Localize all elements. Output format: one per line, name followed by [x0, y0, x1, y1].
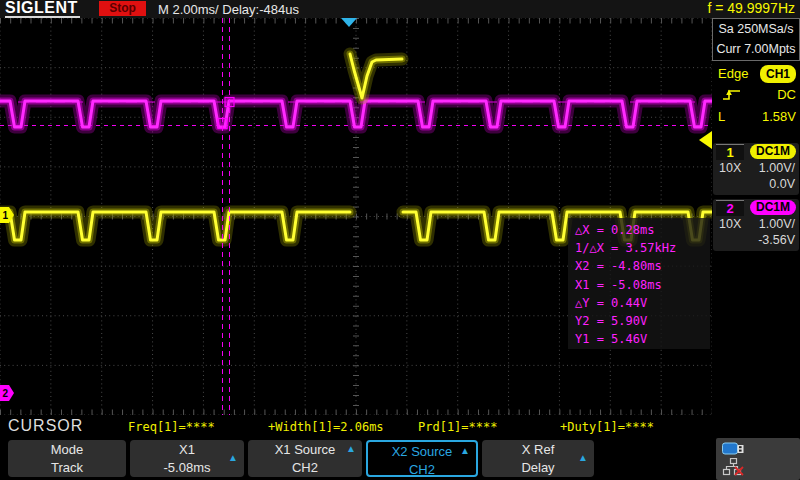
- channel1-scale: 1.00V/: [759, 161, 795, 175]
- sample-rate: Sa 250MSa/s: [713, 19, 799, 39]
- softkey-menu: Mode Track X1 -5.08ms ▲ X1 Source CH2 ▲ …: [0, 438, 800, 480]
- menu-button-x1[interactable]: X1 -5.08ms ▲: [130, 440, 244, 477]
- menu-button-x1-source[interactable]: X1 Source CH2 ▲: [248, 440, 362, 477]
- cursor-y2: Y2 = 5.90V: [575, 312, 710, 330]
- up-arrow-icon: ▲: [460, 445, 470, 456]
- acquisition-info-box: Sa 250MSa/s Curr 7.00Mpts: [712, 18, 800, 61]
- channel2-offset: -3.56V: [758, 233, 795, 247]
- status-bar: CURSOR Freq[1]=**** +Width[1]=2.06ms Prd…: [0, 415, 800, 438]
- cursor-delta-y: △Y = 0.44V: [575, 294, 710, 312]
- waveform-display: 12: [0, 18, 712, 415]
- active-menu-title: CURSOR: [8, 417, 83, 435]
- channel2-scale: 1.00V/: [759, 217, 795, 231]
- acquisition-status-badge[interactable]: Stop: [99, 1, 146, 16]
- lan-disconnected-icon: [722, 458, 746, 480]
- channel1-info-box[interactable]: 1 DC1M 10X 1.00V/ 0.0V: [713, 143, 799, 195]
- cursor-inv-delta-x: 1/△X = 3.57kHz: [575, 239, 710, 257]
- trigger-level-label: L: [718, 108, 725, 126]
- measurement-period: Prd[1]=****: [418, 420, 497, 434]
- connectivity-panel: [716, 438, 800, 480]
- menu-button-mode[interactable]: Mode Track: [8, 440, 126, 477]
- brand-logo: SIGLENT: [5, 0, 80, 18]
- trigger-level-row: L 1.58V: [712, 108, 800, 126]
- memory-depth: Curr 7.00Mpts: [713, 39, 799, 59]
- trigger-type-row: Edge CH1: [712, 65, 800, 83]
- menu-button-x2-source[interactable]: X2 Source CH2 ▲: [366, 440, 478, 477]
- measurement-pduty: +Duty[1]=****: [560, 420, 654, 434]
- frequency-counter: f = 49.9997Hz: [707, 0, 795, 16]
- measurement-freq: Freq[1]=****: [128, 420, 215, 434]
- up-arrow-icon: ▲: [346, 443, 356, 454]
- channel1-coupling-badge: DC1M: [750, 144, 796, 159]
- measurement-pwidth: +Width[1]=2.06ms: [268, 420, 384, 434]
- channel1-number: 1: [716, 144, 744, 160]
- cursor-delta-x: △X = 0.28ms: [575, 221, 710, 239]
- trigger-level-marker: [699, 131, 712, 149]
- svg-text:2: 2: [3, 388, 9, 399]
- trigger-source-badge[interactable]: CH1: [760, 65, 796, 83]
- channel2-number: 2: [716, 200, 744, 216]
- channel2-coupling-badge: DC1M: [750, 200, 796, 215]
- rising-edge-icon: [722, 87, 742, 107]
- up-arrow-icon: ▲: [228, 452, 238, 463]
- cursor-y1: Y1 = 5.46V: [575, 330, 710, 348]
- timebase-readout: M 2.00ms/ Delay:-484us: [158, 2, 299, 17]
- trigger-position-marker: [341, 18, 357, 27]
- menu-button-x-ref[interactable]: X Ref Delay ▲: [482, 440, 594, 477]
- trigger-coupling: DC: [777, 86, 796, 104]
- channel1-probe: 10X: [719, 161, 741, 175]
- cursor-x2: X2 = -4.80ms: [575, 257, 710, 275]
- up-arrow-icon: ▲: [578, 452, 588, 463]
- channel2-info-box[interactable]: 2 DC1M 10X 1.00V/ -3.56V: [713, 199, 799, 251]
- channel1-offset: 0.0V: [769, 177, 795, 191]
- cursor-readout-panel: △X = 0.28ms 1/△X = 3.57kHz X2 = -4.80ms …: [568, 218, 710, 349]
- trigger-type-label: Edge: [718, 65, 748, 83]
- oscilloscope-screen: SIGLENT Stop M 2.00ms/ Delay:-484us f = …: [0, 0, 800, 480]
- svg-text:1: 1: [3, 210, 9, 221]
- trigger-level-value: 1.58V: [762, 108, 796, 126]
- right-sidebar: Sa 250MSa/s Curr 7.00Mpts Edge CH1 DC L …: [712, 18, 800, 415]
- channel2-probe: 10X: [719, 217, 741, 231]
- trigger-coupling-row: DC: [712, 86, 800, 104]
- top-bar: SIGLENT Stop M 2.00ms/ Delay:-484us f = …: [0, 0, 800, 18]
- cursor-x1: X1 = -5.08ms: [575, 276, 710, 294]
